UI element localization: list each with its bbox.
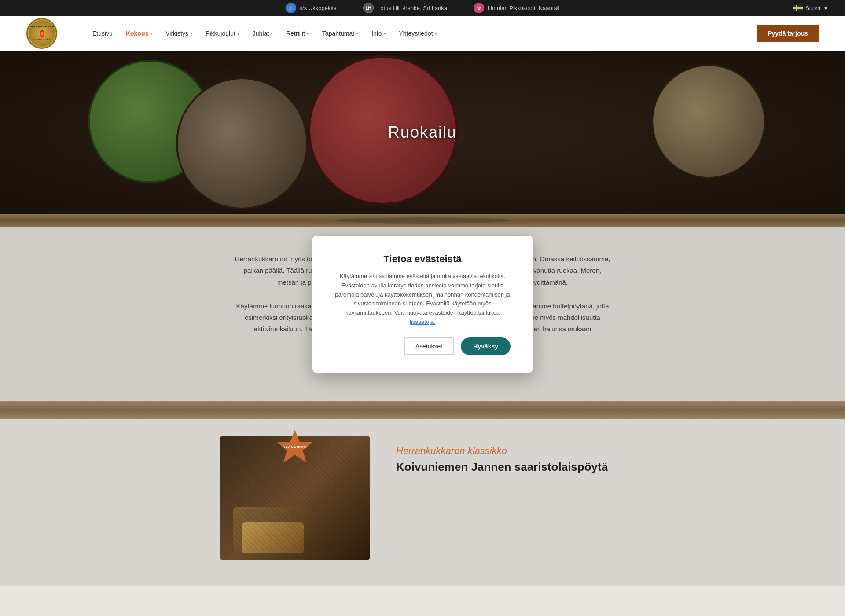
ukkopekka-icon: ⚓ xyxy=(286,3,296,13)
cookie-modal: Tietoa evästeistä Käytämme sivustollamme… xyxy=(312,236,533,373)
pikkujoulut-chevron: ▾ xyxy=(237,31,239,36)
topbar-label-ukkopekka: s/s Ukkopekka xyxy=(300,5,337,11)
virkistys-chevron: ▾ xyxy=(190,31,192,36)
svg-text:KLASSIKKO: KLASSIKKO xyxy=(283,445,307,449)
klassikko-subtitle: Herrankukkaron klassikko xyxy=(396,445,608,457)
cookie-title: Tietoa evästeistä xyxy=(334,253,511,265)
topbar-item-lintulan[interactable]: ✿ Lintulan Pikkukodit, Naantali xyxy=(474,3,559,13)
lotus-icon: LH xyxy=(363,3,374,13)
navbar: HERRANKUKKARO 🏮 NAANTALI Etusivu Kokous … xyxy=(0,16,845,51)
nav-links: Etusivu Kokous ▾ Virkistys ▾ Pikkujoulut… xyxy=(92,30,757,37)
yhteystiedot-chevron: ▾ xyxy=(435,31,437,36)
bowl-3 xyxy=(651,64,766,179)
bowl-4 xyxy=(176,77,308,209)
nav-info[interactable]: Info ▾ xyxy=(371,30,386,37)
finland-flag xyxy=(793,5,803,11)
food-visual xyxy=(233,507,312,551)
nav-retriilit[interactable]: Retriilit ▾ xyxy=(286,30,309,37)
klassikko-section: KLASSIKKO Herrankukkaron klassikko Koivu… xyxy=(202,436,643,560)
cookie-accept-button[interactable]: Hyväksy xyxy=(461,337,511,355)
topbar-item-ukkopekka[interactable]: ⚓ s/s Ukkopekka xyxy=(286,3,337,13)
language-label: Suomi xyxy=(805,5,822,11)
klassikko-text: Herrankukkaron klassikko Koivuniemen Jan… xyxy=(396,436,608,474)
nav-pikkujoulut[interactable]: Pikkujoulut ▾ xyxy=(206,30,239,37)
content-section: Tietoa evästeistä Käytämme sivustollamme… xyxy=(0,227,845,401)
cookie-buttons: Asetukset Hyväksy xyxy=(334,337,511,355)
topbar-label-lintulan: Lintulan Pikkukodit, Naantali xyxy=(488,5,559,11)
klassikko-star-container: KLASSIKKO xyxy=(275,428,315,467)
cta-button[interactable]: Pyydä tarjous xyxy=(757,25,819,42)
klassikko-heading: Koivuniemen Jannen saaristolaispöytä xyxy=(396,460,608,474)
cookie-more-link[interactable]: lisätietoja. xyxy=(410,319,435,325)
cookie-body: Käytämme sivustollamme evästeitä ja muit… xyxy=(334,272,511,327)
nav-virkistys[interactable]: Virkistys ▾ xyxy=(165,30,192,37)
wood-divider-bottom xyxy=(0,401,845,419)
hero-title: Ruokailu xyxy=(388,123,457,142)
nav-kokous[interactable]: Kokous ▾ xyxy=(126,30,152,37)
wood-divider-top xyxy=(0,214,845,227)
language-chevron: ▾ xyxy=(824,5,827,11)
retriilit-chevron: ▾ xyxy=(307,31,309,36)
juhlat-chevron: ▾ xyxy=(271,31,273,36)
topbar-item-lotus[interactable]: LH Lotus Hill -hanke, Sri Lanka xyxy=(363,3,447,13)
topbar-label-lotus: Lotus Hill -hanke, Sri Lanka xyxy=(377,5,447,11)
kokous-chevron: ▾ xyxy=(150,31,152,36)
cookie-settings-button[interactable]: Asetukset xyxy=(404,337,454,355)
nav-juhlat[interactable]: Juhlat ▾ xyxy=(253,30,273,37)
nav-tapahtumat[interactable]: Tapahtumat ▾ xyxy=(322,30,358,37)
nav-yhteystiedot[interactable]: Yhteystiedot ▾ xyxy=(399,30,437,37)
bottom-section: KLASSIKKO Herrankukkaron klassikko Koivu… xyxy=(0,401,845,586)
top-bar: ⚓ s/s Ukkopekka LH Lotus Hill -hanke, Sr… xyxy=(0,0,845,16)
klassikko-image-wrap: KLASSIKKO xyxy=(220,436,370,560)
language-selector[interactable]: Suomi ▾ xyxy=(793,5,827,11)
cookie-modal-overlay: Tietoa evästeistä Käytämme sivustollamme… xyxy=(0,227,845,401)
klassikko-star-svg: KLASSIKKO xyxy=(275,428,315,467)
info-chevron: ▾ xyxy=(384,31,386,36)
logo[interactable]: HERRANKUKKARO 🏮 NAANTALI xyxy=(26,18,57,49)
hero-section: Ruokailu xyxy=(0,51,845,214)
tapahtumat-chevron: ▾ xyxy=(356,31,358,36)
nav-etusivu[interactable]: Etusivu xyxy=(92,30,113,37)
lintulan-icon: ✿ xyxy=(474,3,484,13)
logo-inner: HERRANKUKKARO 🏮 NAANTALI xyxy=(29,20,55,47)
